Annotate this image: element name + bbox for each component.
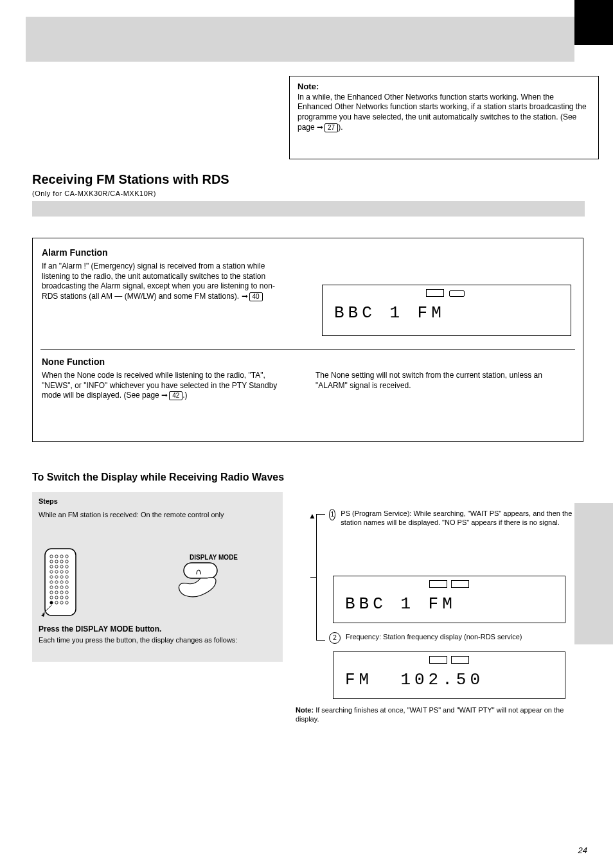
svg-point-22 <box>55 581 58 583</box>
lcd-icons <box>333 656 565 664</box>
switch-display-title: To Switch the Display while Receiving Ra… <box>32 472 284 483</box>
none-function-extra: The None setting will not switch from th… <box>315 371 573 391</box>
section-header: Receiving FM Stations with RDS (Only for… <box>32 172 585 217</box>
lcd-text: FM 102.50 <box>333 670 565 689</box>
svg-point-29 <box>50 591 53 594</box>
rds-indicator-icon <box>426 289 444 297</box>
svg-point-15 <box>60 571 63 573</box>
note-body-close: ). <box>338 123 342 132</box>
svg-point-36 <box>66 596 68 599</box>
none-function-title: None Function <box>42 357 105 367</box>
rds-indicator-icon <box>429 656 447 664</box>
lcd-icons <box>333 580 565 588</box>
lcd-display-frequency: FM 102.50 <box>333 651 565 699</box>
top-grey-banner <box>26 17 574 62</box>
svg-point-20 <box>66 576 68 578</box>
none-function-body: When the None code is received while lis… <box>42 371 286 401</box>
page-ref-number: 42 <box>169 391 182 400</box>
section-subtitle: (Only for CA-MXK30R/CA-MXK10R) <box>32 190 585 197</box>
step-2-text: Frequency: Station frequency display (no… <box>346 632 522 641</box>
svg-point-25 <box>50 586 53 589</box>
svg-point-24 <box>66 581 68 583</box>
lcd-text: BBC 1 FM <box>323 303 571 323</box>
svg-point-4 <box>66 555 68 558</box>
press-line: Press the DISPLAY MODE button. <box>39 624 161 633</box>
bottom-note: Note: If searching finishes at once, "WA… <box>296 705 578 724</box>
alarm-function-title: Alarm Function <box>42 247 108 258</box>
svg-point-9 <box>50 565 53 568</box>
page-ref-icon: ➞ 27 <box>317 123 338 133</box>
page-ref-number: 40 <box>249 292 263 301</box>
cycle-arrow-up-icon: ▲ <box>308 511 316 520</box>
svg-point-28 <box>66 586 68 589</box>
svg-point-40 <box>66 601 68 604</box>
lcd-display-ps: BBC 1 FM <box>333 576 565 623</box>
svg-point-31 <box>60 591 63 594</box>
lcd-icons <box>323 289 571 298</box>
svg-point-3 <box>60 555 63 558</box>
svg-point-30 <box>55 591 58 594</box>
svg-point-12 <box>66 565 68 568</box>
svg-point-18 <box>55 576 58 578</box>
svg-point-33 <box>50 596 53 599</box>
corner-black-tab <box>574 0 613 45</box>
svg-point-6 <box>55 560 58 563</box>
ta-indicator-icon <box>451 580 469 588</box>
step-1-row: 1 PS (Program Service): While searching,… <box>329 509 577 527</box>
svg-point-2 <box>55 555 58 558</box>
lcd-text: BBC 1 FM <box>333 594 565 614</box>
bottom-note-title: Note: <box>296 706 314 714</box>
functions-box: Alarm Function If an "Alarm !" (Emergenc… <box>32 238 583 442</box>
page-number: 24 <box>578 846 587 855</box>
svg-point-16 <box>66 571 68 573</box>
svg-point-35 <box>60 596 63 599</box>
svg-point-27 <box>60 586 63 589</box>
display-mode-button-label: DISPLAY MODE <box>190 554 238 561</box>
cycle-bracket-icon <box>316 514 326 640</box>
svg-point-10 <box>55 565 58 568</box>
section-banner <box>32 201 585 217</box>
svg-point-34 <box>55 596 58 599</box>
divider-line <box>40 349 575 350</box>
svg-point-14 <box>55 571 58 573</box>
svg-point-38 <box>55 601 58 604</box>
svg-rect-42 <box>184 563 217 578</box>
svg-point-7 <box>60 560 63 563</box>
svg-point-1 <box>50 555 53 558</box>
svg-point-21 <box>50 581 53 583</box>
bottom-note-body: If searching finishes at once, "WAIT PS"… <box>296 706 564 723</box>
remote-control-icon <box>41 547 80 618</box>
svg-point-5 <box>50 560 53 563</box>
alarm-function-body: If an "Alarm !" (Emergency) signal is re… <box>42 261 286 301</box>
section-title: Receiving FM Stations with RDS <box>32 172 585 187</box>
ta-flash-indicator-icon <box>448 289 467 298</box>
rds-indicator-icon <box>429 580 447 588</box>
steps-sub: While an FM station is received: On the … <box>39 510 276 519</box>
lcd-display-alarm: BBC 1 FM <box>322 285 571 336</box>
step-2-marker: 2 <box>329 632 341 644</box>
step-1-marker: 1 <box>329 509 335 520</box>
page-ref-icon: ➞ 40 <box>242 292 263 302</box>
step-2-row: 2 Frequency: Station frequency display (… <box>329 632 577 644</box>
page-ref-icon: ➞ 42 <box>161 391 182 401</box>
svg-point-32 <box>66 591 68 594</box>
svg-point-23 <box>60 581 63 583</box>
step-1-text: PS (Program Service): While searching, "… <box>341 509 577 527</box>
svg-point-39 <box>60 601 63 604</box>
svg-point-19 <box>60 576 63 578</box>
svg-point-13 <box>50 571 53 573</box>
svg-point-26 <box>55 586 58 589</box>
note-title: Note: <box>298 82 591 93</box>
steps-label: Steps <box>39 497 58 505</box>
note-box-top: Note: In a while, the Enhanced Other Net… <box>289 76 599 159</box>
svg-point-8 <box>66 560 68 563</box>
steps-panel: Steps While an FM station is received: O… <box>32 492 283 662</box>
svg-point-11 <box>60 565 63 568</box>
svg-point-37 <box>50 601 53 604</box>
press-button-icon <box>161 562 238 607</box>
page-ref-number: 27 <box>324 123 338 132</box>
svg-point-17 <box>50 576 53 578</box>
ta-indicator-icon <box>451 656 469 664</box>
side-grey-tab <box>574 503 613 644</box>
eachtime-line: Each time you press the button, the disp… <box>39 636 276 644</box>
